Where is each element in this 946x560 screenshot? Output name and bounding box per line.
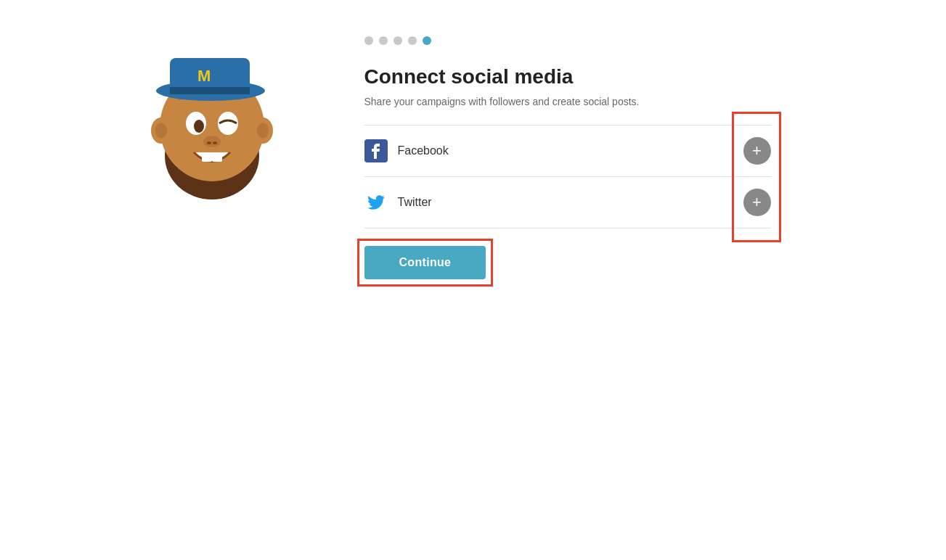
svg-rect-4 [170, 87, 250, 94]
continue-button-wrapper: Continue [364, 246, 486, 279]
twitter-icon [364, 191, 388, 214]
step-dot-4 [408, 36, 417, 45]
facebook-row: Facebook + [364, 125, 771, 177]
facebook-add-button[interactable]: + [743, 137, 771, 165]
social-rows-container: Facebook + Twitter + [364, 125, 771, 228]
svg-point-17 [257, 123, 269, 139]
svg-text:M: M [197, 67, 211, 85]
content-area: Connect social media Share your campaign… [350, 36, 873, 279]
svg-point-11 [213, 141, 217, 144]
page-subtitle: Share your campaigns with followers and … [364, 96, 873, 107]
step-dot-1 [364, 36, 373, 45]
step-dot-5 [423, 36, 431, 45]
svg-point-10 [207, 141, 211, 144]
mailchimp-mascot: M [132, 51, 292, 210]
twitter-row: Twitter + [364, 177, 771, 228]
svg-point-9 [203, 136, 221, 147]
mascot-area: M [74, 36, 350, 210]
step-dot-3 [394, 36, 402, 45]
twitter-label: Twitter [398, 196, 432, 209]
page-title: Connect social media [364, 65, 873, 88]
continue-button[interactable]: Continue [364, 246, 486, 279]
svg-point-8 [194, 120, 204, 133]
facebook-icon [364, 139, 388, 162]
twitter-add-button[interactable]: + [743, 189, 771, 216]
svg-rect-13 [212, 155, 222, 162]
svg-rect-12 [202, 155, 212, 162]
step-dot-2 [379, 36, 388, 45]
social-list: Facebook + Twitter + [364, 125, 771, 228]
facebook-label: Facebook [398, 144, 449, 157]
step-dots [364, 36, 873, 45]
svg-point-16 [155, 123, 167, 139]
facebook-row-left: Facebook [364, 139, 449, 162]
twitter-row-left: Twitter [364, 191, 432, 214]
